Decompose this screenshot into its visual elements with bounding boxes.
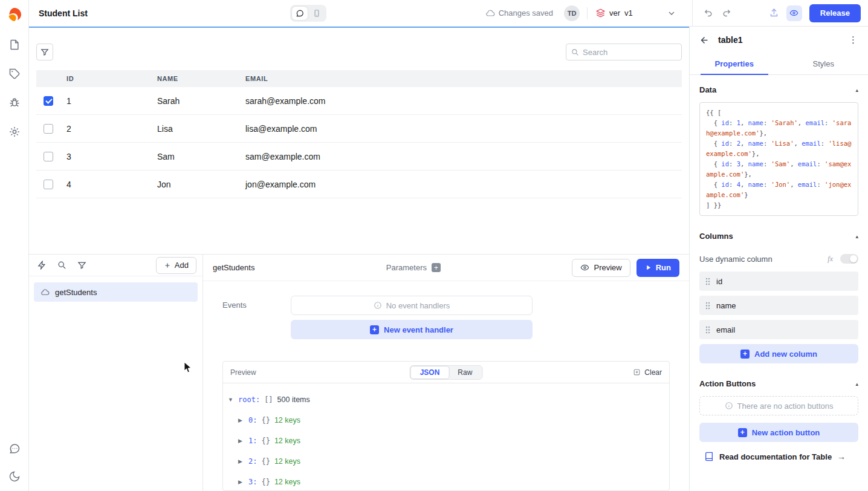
response-preview-label: Preview bbox=[230, 368, 256, 377]
tag-icon[interactable] bbox=[8, 68, 21, 80]
table-search-input[interactable] bbox=[583, 48, 676, 57]
user-avatar[interactable]: TD bbox=[564, 5, 580, 21]
back-arrow-icon[interactable] bbox=[699, 35, 710, 45]
table-data-code-editor[interactable]: {{ [ { id: 1, name: 'Sarah', email: 'sar… bbox=[699, 102, 858, 216]
filter-icon[interactable] bbox=[77, 261, 86, 270]
table-search bbox=[566, 44, 682, 60]
row-checkbox[interactable] bbox=[44, 180, 53, 189]
json-tree-root[interactable]: ▼ root: [] 500 items bbox=[228, 389, 664, 410]
version-label: v1 bbox=[624, 8, 633, 18]
branch-selector[interactable]: ver v1 bbox=[596, 8, 633, 18]
tree-meta: 12 keys bbox=[274, 478, 300, 486]
add-query-button[interactable]: Add bbox=[156, 257, 196, 274]
read-documentation-link[interactable]: Read documentation for Table → bbox=[699, 452, 858, 461]
tree-meta: 12 keys bbox=[274, 457, 300, 466]
section-action-buttons-title: Action Buttons bbox=[699, 379, 756, 388]
fx-binding-icon[interactable]: fx bbox=[828, 255, 833, 264]
tree-key: root: bbox=[238, 395, 260, 404]
table-row[interactable]: 4 Jon jon@example.com bbox=[36, 171, 682, 198]
clear-response-button[interactable]: Clear bbox=[633, 368, 662, 377]
tab-styles[interactable]: Styles bbox=[779, 53, 868, 74]
tab-properties[interactable]: Properties bbox=[690, 53, 779, 74]
add-new-column-label: Add new column bbox=[754, 350, 817, 359]
add-query-label: Add bbox=[175, 261, 189, 270]
tab-raw[interactable]: Raw bbox=[449, 366, 481, 379]
run-button[interactable]: Run bbox=[636, 259, 679, 277]
table-row[interactable]: 3 Sam sam@example.com bbox=[36, 143, 682, 171]
tree-key: 0: bbox=[248, 416, 257, 424]
response-format-toggle: JSON Raw bbox=[410, 365, 483, 380]
no-action-buttons-box: There are no action buttons bbox=[699, 396, 858, 415]
clear-icon bbox=[633, 368, 641, 376]
new-action-button-label: New action button bbox=[752, 428, 820, 437]
chevron-down-icon[interactable] bbox=[667, 8, 676, 18]
search-icon bbox=[571, 48, 579, 56]
section-data-header[interactable]: Data ▴ bbox=[699, 75, 858, 102]
undo-icon[interactable] bbox=[704, 8, 714, 18]
mobile-preview-button[interactable] bbox=[309, 7, 325, 20]
drag-handle-icon[interactable] bbox=[705, 302, 710, 310]
json-tree-node[interactable]: ▶ 0: {} 12 keys bbox=[228, 410, 664, 431]
column-item-email[interactable]: email bbox=[699, 320, 858, 339]
tab-json[interactable]: JSON bbox=[410, 366, 450, 379]
preview-button[interactable]: Preview bbox=[572, 259, 630, 277]
quick-action-icon[interactable] bbox=[37, 261, 47, 270]
column-label: email bbox=[716, 325, 735, 334]
editor-icon[interactable] bbox=[8, 39, 21, 51]
release-button[interactable]: Release bbox=[809, 4, 861, 22]
preview-eye-button[interactable] bbox=[786, 5, 802, 21]
table-header-email[interactable]: EMAIL bbox=[239, 75, 682, 82]
tree-meta: 12 keys bbox=[274, 437, 300, 445]
row-checkbox[interactable] bbox=[44, 152, 53, 161]
query-list-item-getstudents[interactable]: getStudents bbox=[34, 282, 198, 302]
section-action-buttons-header[interactable]: Action Buttons ▴ bbox=[699, 363, 858, 396]
table-header-id[interactable]: ID bbox=[60, 75, 151, 82]
drag-handle-icon[interactable] bbox=[705, 278, 710, 285]
drag-handle-icon[interactable] bbox=[705, 326, 710, 334]
section-columns-header[interactable]: Columns ▴ bbox=[699, 216, 858, 249]
add-parameter-icon[interactable]: + bbox=[432, 263, 441, 272]
table-row[interactable]: 2 Lisa lisa@example.com bbox=[36, 115, 682, 143]
add-new-column-button[interactable]: + Add new column bbox=[699, 344, 858, 363]
new-action-button[interactable]: + New action button bbox=[699, 423, 858, 442]
column-item-id[interactable]: id bbox=[699, 272, 858, 291]
bug-icon[interactable] bbox=[8, 97, 21, 109]
caret-up-icon: ▴ bbox=[855, 381, 858, 387]
new-event-handler-label: New event handler bbox=[384, 325, 453, 334]
json-tree: ▼ root: [] 500 items ▶ 0: {} bbox=[223, 383, 669, 490]
query-item-label: getStudents bbox=[55, 288, 97, 297]
new-event-handler-button[interactable]: + New event handler bbox=[291, 320, 533, 339]
row-checkbox[interactable] bbox=[44, 124, 53, 134]
tree-type: {} bbox=[261, 416, 270, 424]
row-checkbox[interactable] bbox=[44, 96, 53, 106]
json-tree-node[interactable]: ▶ 2: {} 12 keys bbox=[228, 451, 664, 472]
table-header-name[interactable]: NAME bbox=[151, 75, 239, 82]
dark-mode-moon-icon[interactable] bbox=[8, 470, 21, 483]
table-filter-button[interactable] bbox=[36, 44, 53, 60]
kebab-menu-icon[interactable]: ⋮ bbox=[849, 34, 858, 45]
cell-email: jon@example.com bbox=[239, 180, 682, 189]
cell-id: 3 bbox=[60, 152, 151, 161]
dynamic-column-toggle[interactable] bbox=[840, 254, 858, 264]
tree-key: 1: bbox=[248, 437, 257, 445]
tree-type: [] bbox=[264, 395, 273, 404]
events-label: Events bbox=[222, 296, 291, 339]
share-icon[interactable] bbox=[769, 8, 779, 18]
json-tree-node[interactable]: ▶ 1: {} 12 keys bbox=[228, 431, 664, 451]
cell-id: 4 bbox=[60, 180, 151, 189]
tree-type: {} bbox=[261, 457, 270, 466]
table-row[interactable]: 1 Sarah sarah@example.com bbox=[36, 87, 682, 115]
chat-help-icon[interactable] bbox=[8, 443, 21, 455]
info-icon bbox=[725, 402, 733, 410]
comment-mode-button[interactable] bbox=[292, 7, 308, 20]
json-tree-node[interactable]: ▶ 3: {} 12 keys bbox=[228, 472, 664, 490]
query-title: getStudents bbox=[213, 263, 254, 272]
column-label: id bbox=[716, 277, 722, 286]
column-item-name[interactable]: name bbox=[699, 296, 858, 315]
settings-gear-icon[interactable] bbox=[8, 126, 21, 138]
search-icon[interactable] bbox=[57, 261, 66, 270]
caret-down-icon: ▼ bbox=[228, 397, 234, 403]
redo-icon[interactable] bbox=[721, 8, 731, 18]
caret-right-icon: ▶ bbox=[238, 479, 244, 485]
tree-meta: 12 keys bbox=[274, 416, 300, 424]
